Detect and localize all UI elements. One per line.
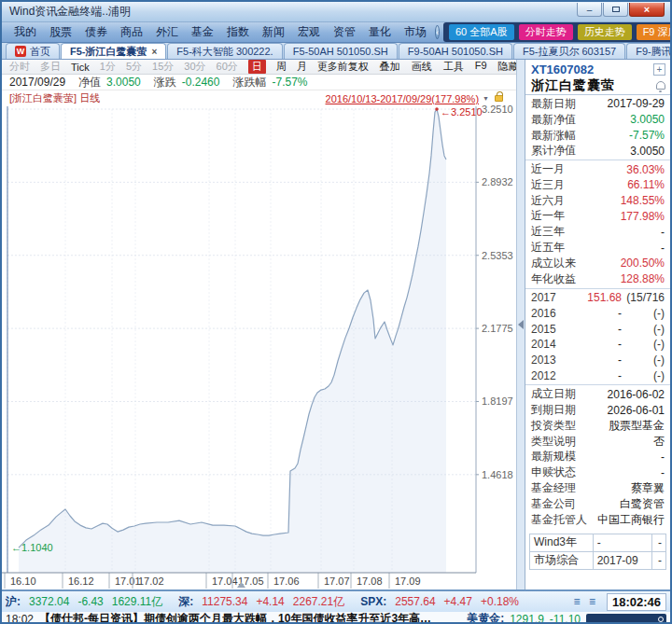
menu-item[interactable]: 基金 (185, 24, 220, 40)
quick-button[interactable]: 60 全部A股 (449, 24, 514, 40)
panel-label: 2014 (531, 338, 556, 351)
toolbar-button[interactable]: 前复权 (338, 60, 369, 74)
tab[interactable]: F9-腾讯控股 0700.HK (626, 43, 672, 59)
period-button[interactable]: 5分 (126, 60, 142, 74)
panel-row: 成立以来200.50% (525, 256, 670, 271)
panel-label: 最新涨幅 (531, 128, 576, 144)
gold-price: 1291.9 (510, 613, 544, 624)
wind-logo-icon: W (15, 46, 26, 57)
quick-button[interactable]: 分时走势 (519, 24, 573, 40)
status-menu-icons[interactable]: ≡ ≡ (574, 595, 598, 608)
period-button[interactable]: 更多 (317, 60, 338, 74)
x-axis-label: 17.08 (357, 575, 383, 587)
panel-value: 蔡章翼 (631, 480, 665, 496)
chart-header: [浙江白鹭囊萤] 日线 2016/10/13-2017/09/29(177.98… (2, 90, 516, 106)
news-headline[interactable]: 【债仕邦-每日资讯】期债创逾两个月最大跌幅，10年国债收益率升至近3年高点... (39, 611, 441, 624)
tab[interactable]: F5-浙江白鹭囊萤× (61, 43, 166, 59)
menu-item[interactable]: 指数 (220, 24, 256, 40)
tab[interactable]: F5-拉夏贝尔 603157 (513, 43, 625, 59)
menu-items: 我的股票债券商品外汇基金指数新闻宏观资管量化市场 (7, 24, 433, 40)
panel-row: 2013-(-) (525, 353, 670, 368)
period-button[interactable]: Tick (71, 62, 90, 73)
period-button[interactable]: 30分 (184, 60, 205, 74)
panel-label: 到期日期 (531, 402, 576, 418)
close-tab-icon[interactable]: × (152, 47, 158, 57)
panel-row: 投资类型股票型基金 (525, 418, 670, 434)
toolbar-button[interactable]: 叠加 (380, 60, 400, 74)
tab[interactable]: F9-50AH 501050.SH (399, 43, 512, 59)
period-button[interactable]: 多日 (40, 60, 61, 74)
alert-bell-icon[interactable] (656, 81, 665, 90)
y-axis-label: 1.8197 (482, 395, 513, 407)
period-button[interactable]: 1分 (100, 60, 116, 74)
toolbar-button[interactable]: F9 (475, 60, 487, 74)
menu-item[interactable]: 资管 (327, 24, 362, 40)
collapse-handle-icon[interactable]: ‹ (435, 25, 440, 39)
period-button[interactable]: 15分 (152, 60, 174, 74)
toolbar-button[interactable]: 工具 (443, 60, 464, 74)
pct-label: 涨跌幅 (232, 75, 266, 90)
toolbar-button[interactable]: 画线 (412, 60, 432, 74)
minimize-button[interactable]: – (577, 3, 602, 17)
panel-label: 2013 (531, 354, 556, 367)
chart-range-selector[interactable]: 2016/10/13-2017/09/29(177.98%) (326, 93, 480, 104)
panel-label: 申赎状态 (531, 465, 576, 480)
pane-splitter[interactable] (516, 60, 525, 589)
range-dropdown-icon[interactable]: ▼ (483, 95, 489, 102)
nav-value: 3.0050 (106, 76, 141, 89)
menu-item[interactable]: 债券 (78, 24, 114, 40)
list-icon[interactable]: ≡ (589, 595, 598, 608)
panel-value: 否 (653, 434, 665, 450)
tab[interactable]: F5-科大智能 300222. (167, 43, 282, 59)
period-button[interactable]: 周 (276, 60, 287, 74)
panel-row: 近五年- (525, 240, 670, 256)
tab-label: F9-50AH 501050.SH (408, 46, 503, 57)
menu-item[interactable]: 宏观 (291, 24, 327, 40)
period-button[interactable]: 月 (297, 60, 307, 74)
spx-percent: +0.18% (481, 595, 519, 608)
period-buttons: 分时多日Tick1分5分15分30分60分日周月更多 (9, 60, 338, 74)
period-button[interactable]: 日 (248, 60, 266, 74)
tab[interactable]: F5-50AH 501050.SH (284, 43, 398, 59)
collapse-panel-icon[interactable] (518, 320, 524, 329)
panel-value: 3.0050 (630, 145, 665, 158)
menu-item[interactable]: 外汇 (149, 24, 185, 40)
panel-row: 2014-(-) (525, 337, 670, 353)
panel-section: 2017151.68(15/7162016-(-)2015-(-)2014-(-… (525, 288, 670, 385)
wind-table-cell: 市场综合 (530, 551, 594, 569)
maximize-button[interactable] (603, 3, 628, 17)
sh-change: -6.43 (77, 595, 103, 608)
menu-item[interactable]: 量化 (362, 24, 398, 40)
menu-item[interactable]: 我的 (7, 24, 43, 40)
period-button[interactable]: 分时 (9, 60, 30, 74)
panel-label: 2015 (531, 323, 556, 336)
panel-label: 成立日期 (531, 386, 576, 402)
x-axis-label: 17.09 (395, 575, 421, 587)
menu-item[interactable]: 市场 (398, 24, 433, 40)
panel-row: 累计净值3.0050 (525, 143, 670, 159)
period-button[interactable]: 60分 (217, 60, 238, 74)
nav-label: 净值 (78, 75, 101, 90)
gold-label: 美黄金: (467, 611, 504, 624)
quick-button[interactable]: F9 深度资料 (637, 24, 672, 40)
sz-change: +4.14 (256, 595, 284, 608)
lock-icon[interactable] (495, 95, 503, 102)
list-icon[interactable]: ≡ (574, 595, 583, 608)
spx-label: SPX: (360, 595, 386, 608)
panel-value: - (661, 226, 665, 239)
panel-label: 近五年 (531, 240, 565, 256)
titlebar: Wind资讯金融终端..浦明 – × (2, 2, 670, 22)
panel-value: 66.11% (627, 178, 665, 191)
add-watch-button[interactable]: + (653, 63, 665, 76)
news-bar: 18:02 【债仕邦-每日资讯】期债创逾两个月最大跌幅，10年国债收益率升至近3… (2, 612, 670, 624)
tab-label: F5-50AH 501050.SH (293, 46, 388, 57)
close-button[interactable]: × (629, 3, 665, 17)
menu-item[interactable]: 新闻 (256, 24, 291, 40)
search-input[interactable] (586, 614, 666, 624)
menu-item[interactable]: 股票 (43, 24, 78, 40)
nav-line-chart[interactable]: 16.1016.1217.0117.0217.0417.0517.0617.07… (2, 106, 516, 589)
menu-item[interactable]: 商品 (114, 24, 149, 40)
wind-rating-table: Wind3年--市场综合2017-09- (529, 534, 666, 570)
quick-button[interactable]: 历史走势 (578, 24, 632, 40)
tab-home[interactable]: W 首页 (6, 43, 60, 59)
